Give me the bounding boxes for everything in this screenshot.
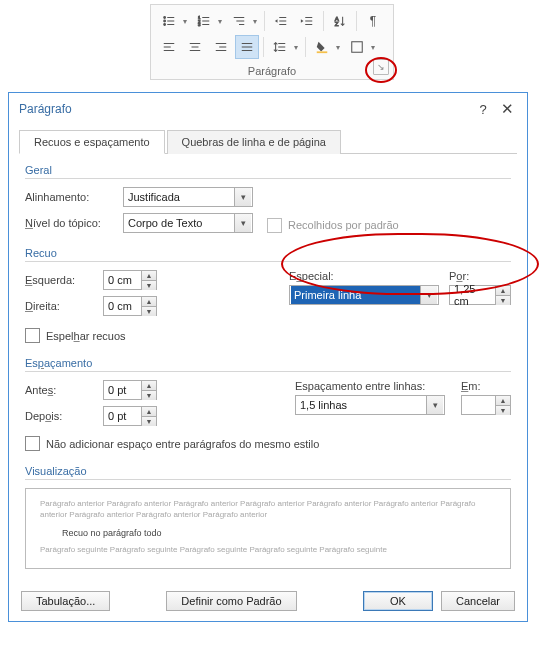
spin-up-icon[interactable]: ▲ [142,407,156,417]
spin-up-icon[interactable]: ▲ [142,381,156,391]
cancel-button[interactable]: Cancelar [441,591,515,611]
outline-label: Nível do tópico: [25,217,123,229]
spin-down-icon[interactable]: ▼ [142,391,156,400]
spin-up-icon[interactable]: ▲ [142,297,156,307]
special-combo[interactable]: Primeira linha▾ [289,285,439,305]
line-spacing-icon[interactable] [268,35,292,59]
help-button[interactable]: ? [471,99,495,119]
spin-down-icon[interactable]: ▼ [142,281,156,290]
chevron-down-icon: ▾ [234,214,251,232]
preview-box: Parágrafo anterior Parágrafo anterior Pa… [25,488,511,569]
group-title-general: Geral [25,164,511,179]
tab-line-breaks[interactable]: Quebras de linha e de página [167,130,341,154]
special-label: Especial: [289,270,439,282]
svg-rect-40 [317,51,328,53]
spin-down-icon[interactable]: ▼ [496,296,510,305]
paragraph-ribbon-group: ▾ 123▾ ▾ AZ ¶ ▾ ▾ ▾ Parágrafo ↘ [150,4,394,80]
collapsed-label: Recolhidos por padrão [288,219,399,231]
sort-icon[interactable]: AZ [328,9,352,33]
by-label: Por: [449,270,511,282]
align-right-icon[interactable] [209,35,233,59]
indent-right-spinner[interactable]: 0 cm ▲▼ [103,296,157,316]
ok-button[interactable]: OK [363,591,433,611]
svg-point-0 [164,17,166,19]
after-spinner[interactable]: 0 pt ▲▼ [103,406,157,426]
indent-left-spinner[interactable]: 0 cm ▲▼ [103,270,157,290]
spin-down-icon[interactable]: ▼ [496,406,510,415]
dropdown-arrow-icon[interactable]: ▾ [218,17,225,26]
multilevel-list-icon[interactable] [227,9,251,33]
spin-down-icon[interactable]: ▼ [142,417,156,426]
chevron-down-icon: ▾ [426,396,443,414]
dropdown-arrow-icon[interactable]: ▾ [183,17,190,26]
alignment-combo[interactable]: Justificada▾ [123,187,253,207]
group-preview: Visualização Parágrafo anterior Parágraf… [25,465,511,569]
decrease-indent-icon[interactable] [269,9,293,33]
dialog-launcher-icon[interactable]: ↘ [373,59,389,75]
spin-up-icon[interactable]: ▲ [496,396,510,406]
svg-text:3: 3 [198,22,201,27]
at-spinner[interactable]: ▲▼ [461,395,511,415]
outline-combo[interactable]: Corpo de Texto▾ [123,213,253,233]
dropdown-arrow-icon[interactable]: ▾ [253,17,260,26]
align-justify-icon[interactable] [235,35,259,59]
spin-up-icon[interactable]: ▲ [496,286,510,296]
tab-strip: Recuos e espaçamento Quebras de linha e … [19,129,517,154]
close-button[interactable]: ✕ [495,99,519,119]
dialog-title: Parágrafo [19,102,471,116]
group-indent: Recuo Esquerda: 0 cm ▲▼ Direita: 0 cm [25,247,511,343]
set-default-button[interactable]: Definir como Padrão [166,591,296,611]
show-marks-icon[interactable]: ¶ [361,9,385,33]
before-label: Antes: [25,384,103,396]
align-left-icon[interactable] [157,35,181,59]
svg-point-4 [164,24,166,26]
spin-up-icon[interactable]: ▲ [142,271,156,281]
svg-rect-41 [352,42,363,53]
dropdown-arrow-icon[interactable]: ▾ [336,43,343,52]
mirror-indents-checkbox[interactable] [25,328,40,343]
indent-left-label: Esquerda: [25,274,103,286]
tab-indents-spacing[interactable]: Recuos e espaçamento [19,130,165,154]
group-spacing: Espaçamento Antes: 0 pt ▲▼ Depois: 0 pt [25,357,511,451]
borders-icon[interactable] [345,35,369,59]
titlebar: Parágrafo ? ✕ [9,93,527,123]
preview-before-text: Parágrafo anterior Parágrafo anterior Pa… [40,499,475,519]
at-label: Em: [461,380,511,392]
dropdown-arrow-icon[interactable]: ▾ [294,43,301,52]
group-general: Geral Alinhamento: Justificada▾ Nível do… [25,164,511,233]
group-title-preview: Visualização [25,465,511,480]
dialog-footer: Tabulação... Definir como Padrão OK Canc… [9,583,527,621]
paragraph-dialog: Parágrafo ? ✕ Recuos e espaçamento Quebr… [8,92,528,622]
numbering-icon[interactable]: 123 [192,9,216,33]
mirror-indents-label: Espelhar recuos [46,330,126,342]
special-by-spinner[interactable]: 1,25 cm ▲▼ [449,285,511,305]
dropdown-arrow-icon[interactable]: ▾ [371,43,378,52]
after-label: Depois: [25,410,103,422]
collapsed-checkbox [267,218,282,233]
increase-indent-icon[interactable] [295,9,319,33]
line-spacing-label: Espaçamento entre linhas: [295,380,451,392]
before-spinner[interactable]: 0 pt ▲▼ [103,380,157,400]
shading-icon[interactable] [310,35,334,59]
indent-right-label: Direita: [25,300,103,312]
tabs-button[interactable]: Tabulação... [21,591,110,611]
no-space-same-style-label: Não adicionar espaço entre parágrafos do… [46,438,319,450]
group-title-indent: Recuo [25,247,511,262]
no-space-same-style-checkbox[interactable] [25,436,40,451]
align-center-icon[interactable] [183,35,207,59]
spin-down-icon[interactable]: ▼ [142,307,156,316]
line-spacing-combo[interactable]: 1,5 linhas▾ [295,395,445,415]
svg-text:Z: Z [335,20,339,27]
alignment-label: Alinhamento: [25,191,123,203]
bullets-icon[interactable] [157,9,181,33]
preview-after-text: Parágrafo seguinte Parágrafo seguinte Pa… [40,545,387,554]
ribbon-group-label: Parágrafo [151,65,393,77]
chevron-down-icon: ▾ [420,286,437,304]
svg-point-2 [164,20,166,22]
group-title-spacing: Espaçamento [25,357,511,372]
preview-sample-text: Recuo no parágrafo todo [62,527,496,539]
chevron-down-icon: ▾ [234,188,251,206]
